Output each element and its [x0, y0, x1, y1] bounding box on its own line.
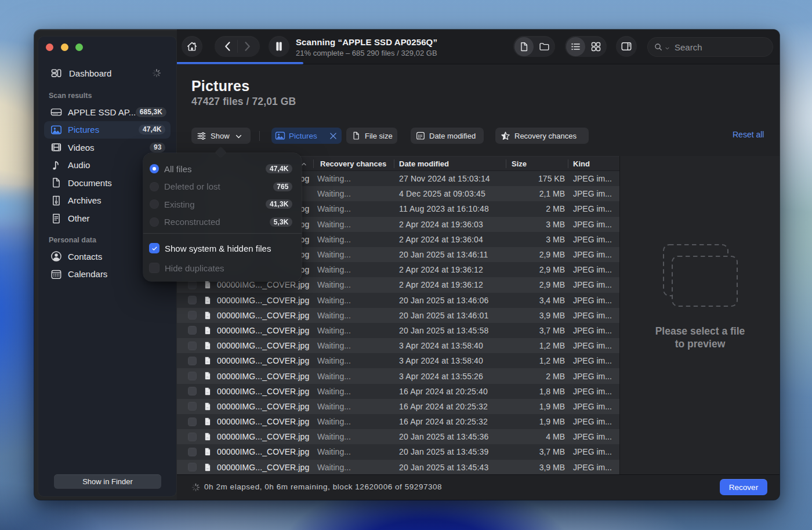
search-input[interactable]	[675, 42, 750, 52]
radio-unselected-icon[interactable]	[150, 182, 159, 191]
row-checkbox[interactable]	[188, 402, 197, 411]
checkbox-unchecked-icon[interactable]	[149, 263, 160, 273]
popover-option-label: Reconstructed	[164, 217, 220, 227]
row-checkbox[interactable]	[188, 357, 197, 365]
pictures-filter-pill[interactable]: Pictures	[271, 128, 342, 144]
table-row[interactable]: 00000IMG..._COVER.jpgWaiting...16 Apr 20…	[177, 414, 619, 429]
cell-kind: JPEG im...	[573, 356, 612, 365]
row-checkbox[interactable]	[188, 296, 197, 304]
chevron-left-icon	[222, 40, 234, 53]
sidebar-item-label: Documents	[68, 178, 112, 188]
row-checkbox[interactable]	[188, 342, 197, 350]
cell-name: 00000IMG..._COVER.jpg	[217, 296, 309, 305]
file-view-button[interactable]	[514, 37, 534, 56]
cell-size: 3,7 MB	[539, 447, 565, 456]
recover-button[interactable]: Recover	[720, 479, 767, 495]
sidebar-item-label: Calendars	[68, 269, 107, 279]
row-checkbox[interactable]	[188, 372, 197, 380]
popover-checkbox-show-system-hidden-files[interactable]: Show system & hidden files	[143, 238, 302, 258]
home-icon	[186, 40, 198, 53]
minimize-button[interactable]	[61, 43, 68, 51]
column-header-kind[interactable]: Kind	[573, 159, 590, 168]
cell-name: 00000IMG..._COVER.jpg	[217, 463, 309, 472]
forward-button[interactable]	[237, 37, 256, 56]
cell-size: 2,9 MB	[539, 250, 565, 259]
list-view-button[interactable]	[566, 37, 585, 56]
row-checkbox[interactable]	[188, 433, 197, 441]
table-row[interactable]: 00000IMG..._COVER.jpgWaiting...16 Apr 20…	[177, 384, 619, 399]
table-row[interactable]: 00000IMG..._COVER.jpgWaiting...20 Jan 20…	[177, 293, 619, 308]
file-size-filter-button[interactable]: File size	[346, 128, 397, 144]
cell-kind: JPEG im...	[573, 296, 612, 305]
sidebar-item-pictures[interactable]: Pictures47,4K	[44, 121, 171, 139]
cell-recovery: Waiting...	[317, 189, 351, 198]
popover-option-reconstructed[interactable]: Reconstructed5,3K	[143, 213, 302, 231]
show-in-finder-button[interactable]: Show in Finder	[54, 474, 161, 489]
drive-icon	[50, 106, 63, 118]
table-row[interactable]: 00000IMG..._COVER.jpgWaiting...20 Jan 20…	[177, 460, 619, 475]
column-header-recovery[interactable]: Recovery chances	[320, 159, 386, 168]
row-checkbox[interactable]	[188, 311, 197, 320]
table-row[interactable]: 00000IMG..._COVER.jpgWaiting...3 Apr 202…	[177, 368, 619, 383]
column-header-date[interactable]: Date modified	[399, 159, 449, 168]
search-field[interactable]	[648, 38, 773, 56]
cell-date: 2 Apr 2024 at 19:36:03	[399, 220, 483, 229]
table-row[interactable]: 00000IMG..._COVER.jpgWaiting...20 Jan 20…	[177, 323, 619, 338]
checkbox-checked-icon[interactable]	[149, 243, 160, 253]
sidebar-item-apple-ssd-ap[interactable]: APPLE SSD AP...685,3K	[44, 103, 171, 121]
chevron-right-icon	[241, 40, 253, 53]
cell-date: 16 Apr 2024 at 20:25:32	[399, 417, 488, 426]
recovery-chances-filter-button[interactable]: Recovery chances	[495, 128, 589, 144]
audio-icon	[50, 159, 63, 172]
cell-recovery: Waiting...	[317, 250, 351, 259]
row-checkbox[interactable]	[188, 448, 197, 456]
row-checkbox[interactable]	[188, 326, 197, 335]
calendar-icon	[415, 130, 426, 141]
table-row[interactable]: 00000IMG..._COVER.jpgWaiting...20 Jan 20…	[177, 308, 619, 323]
pictures-icon	[50, 124, 63, 136]
cell-date: 20 Jan 2025 at 13:45:39	[399, 447, 488, 456]
cell-size: 1,2 MB	[539, 341, 565, 350]
table-row[interactable]: 00000IMG..._COVER.jpgWaiting...3 Apr 202…	[177, 338, 619, 353]
row-checkbox[interactable]	[188, 387, 197, 395]
cell-size: 1,8 MB	[539, 387, 565, 396]
column-header-size[interactable]: Size	[512, 159, 527, 168]
grid-view-button[interactable]	[586, 37, 606, 56]
row-checkbox[interactable]	[188, 418, 197, 426]
popover-option-existing[interactable]: Existing41,3K	[143, 195, 302, 213]
popover-option-deleted-or-lost[interactable]: Deleted or lost765	[143, 178, 302, 195]
radio-unselected-icon[interactable]	[150, 199, 159, 209]
app-window: Dashboard Scan resultsAPPLE SSD AP...685…	[34, 30, 780, 500]
row-checkbox[interactable]	[188, 281, 197, 289]
page-subtitle: 47427 files / 72,01 GB	[191, 96, 296, 108]
folder-view-button[interactable]	[535, 37, 554, 56]
sidebar-item-label: Videos	[68, 143, 95, 153]
column-separator	[313, 159, 314, 168]
cell-date: 11 Aug 2023 at 16:10:48	[399, 204, 489, 213]
table-row[interactable]: 00000IMG..._COVER.jpgWaiting...20 Jan 20…	[177, 429, 619, 444]
preview-panel-toggle-button[interactable]	[617, 37, 636, 56]
cell-name: 00000IMG..._COVER.jpg	[217, 280, 309, 289]
popover-checkbox-hide-duplicates[interactable]: Hide duplicates	[143, 258, 302, 278]
zoom-button[interactable]	[75, 43, 83, 51]
table-row[interactable]: 00000IMG..._COVER.jpgWaiting...16 Apr 20…	[177, 399, 619, 414]
home-button[interactable]	[182, 37, 202, 56]
cell-recovery: Waiting...	[317, 447, 351, 456]
scan-subtitle: 21% complete – 685 290 files / 329,02 GB	[296, 49, 437, 57]
cell-recovery: Waiting...	[317, 174, 351, 183]
table-row[interactable]: 00000IMG..._COVER.jpgWaiting...20 Jan 20…	[177, 444, 619, 459]
remove-pictures-filter-icon[interactable]	[329, 132, 338, 140]
radio-selected-icon[interactable]	[150, 164, 159, 173]
cell-kind: JPEG im...	[573, 372, 612, 381]
back-button[interactable]	[218, 37, 237, 56]
cell-recovery: Waiting...	[317, 356, 351, 365]
pause-button[interactable]	[269, 37, 289, 56]
radio-unselected-icon[interactable]	[150, 217, 159, 227]
popover-option-all-files[interactable]: All files47,4K	[143, 160, 302, 177]
close-button[interactable]	[46, 43, 53, 51]
table-row[interactable]: 00000IMG..._COVER.jpgWaiting...3 Apr 202…	[177, 353, 619, 368]
row-checkbox[interactable]	[188, 463, 197, 471]
show-filter-button[interactable]: Show	[191, 128, 251, 144]
reset-all-link[interactable]: Reset all	[733, 130, 764, 139]
date-modified-filter-button[interactable]: Date modified	[411, 128, 484, 144]
